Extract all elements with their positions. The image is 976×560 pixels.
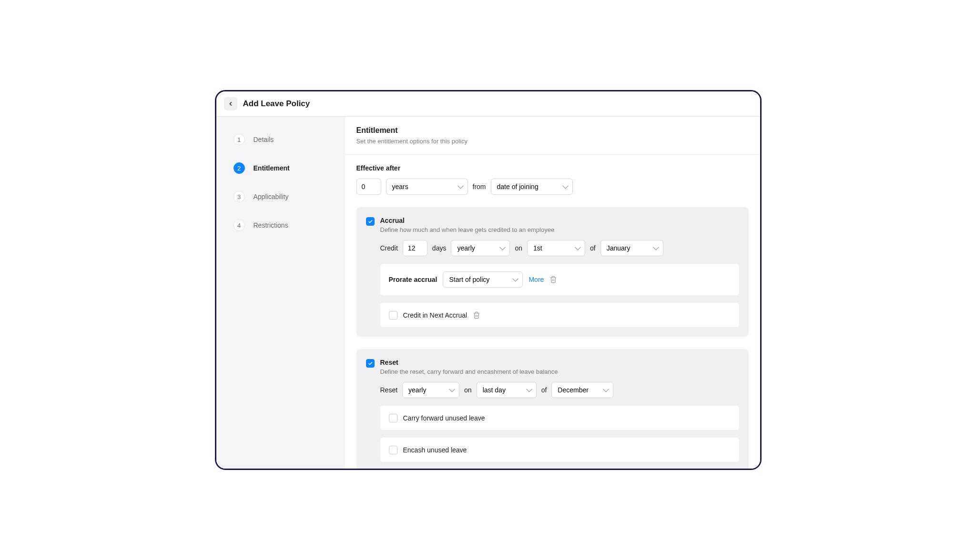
step-number: 4 [234,220,245,231]
accrual-frequency-select[interactable]: yearly [451,240,510,256]
credit-next-label: Credit in Next Accrual [403,311,468,319]
panel-title: Entitlement [356,126,749,135]
credit-label: Credit [380,244,398,252]
carry-forward-label: Carry forward unused leave [403,414,485,422]
reset-label: Reset [380,386,398,394]
step-label: Details [254,136,274,143]
reset-subtitle: Define the reset, carry forward and enca… [380,368,558,375]
check-icon [367,219,373,224]
accrual-title: Accrual [380,217,555,224]
carry-forward-checkbox[interactable] [389,414,397,422]
trash-icon[interactable] [549,276,557,283]
step-label: Entitlement [254,164,290,172]
from-label: from [473,183,486,190]
carry-forward-row: Carry forward unused leave [380,406,739,430]
back-button[interactable] [224,97,237,110]
reset-checkbox[interactable] [366,359,375,368]
on-label: on [464,386,472,394]
credit-next-accrual-row: Credit in Next Accrual [380,303,739,327]
step-entitlement[interactable]: 2 Entitlement [234,162,336,174]
encash-label: Encash unused leave [403,446,467,454]
encash-checkbox[interactable] [389,446,397,454]
page-title: Add Leave Policy [243,99,310,109]
step-details[interactable]: 1 Details [234,134,336,145]
of-label: of [590,244,596,252]
reset-card: Reset Define the reset, carry forward an… [356,349,749,469]
accrual-checkbox[interactable] [366,217,375,226]
reset-frequency-select[interactable]: yearly [402,382,459,398]
wizard-steps: 1 Details 2 Entitlement 3 Applicability … [216,117,345,469]
step-number: 1 [234,134,245,145]
encash-row: Encash unused leave [380,438,739,462]
accrual-subtitle: Define how much and when leave gets cred… [380,226,555,233]
prorate-label: Prorate accrual [389,276,437,283]
effective-unit-select[interactable]: years [386,179,468,195]
panel-subtitle: Set the entitlement options for this pol… [356,138,749,145]
of-label: of [541,386,547,394]
effective-value-input[interactable] [356,179,381,195]
arrow-left-icon [227,100,234,107]
step-number: 3 [234,191,245,202]
accrual-month-select[interactable]: January [600,240,663,256]
effective-after-label: Effective after [356,164,749,172]
step-applicability[interactable]: 3 Applicability [234,191,336,202]
accrual-day-select[interactable]: 1st [527,240,585,256]
prorate-accrual-row: Prorate accrual Start of policy More [380,264,739,295]
credit-value-input[interactable] [403,240,427,256]
step-number: 2 [234,162,245,174]
on-label: on [515,244,522,252]
reset-title: Reset [380,359,558,366]
check-icon [367,360,373,366]
reset-month-select[interactable]: December [551,382,613,398]
prorate-more-link[interactable]: More [529,276,544,283]
prorate-select[interactable]: Start of policy [443,271,523,288]
effective-from-select[interactable]: date of joining [491,179,573,195]
step-label: Applicability [254,193,289,200]
step-restrictions[interactable]: 4 Restrictions [234,220,336,231]
accrual-card: Accrual Define how much and when leave g… [356,207,749,337]
reset-day-select[interactable]: last day [477,382,537,398]
credit-next-checkbox[interactable] [389,311,397,320]
days-label: days [432,244,447,252]
trash-icon[interactable] [473,311,480,319]
step-label: Restrictions [254,221,288,229]
